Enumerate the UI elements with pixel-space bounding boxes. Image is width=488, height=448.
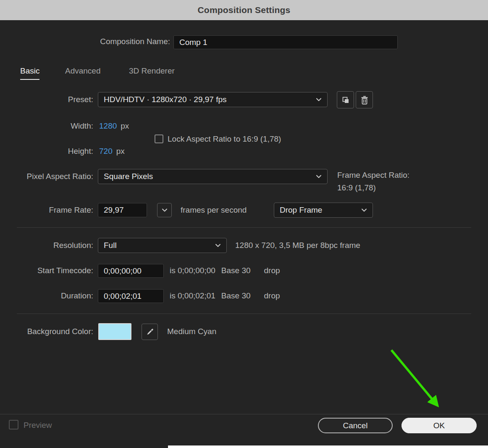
- composition-settings-dialog: Composition Settings Composition Name: B…: [0, 0, 488, 448]
- arrow-line: [391, 350, 437, 405]
- duration-drop: drop: [264, 291, 280, 300]
- frame-rate-unit: frames per second: [181, 206, 247, 215]
- start-timecode-info: is 0;00;00;00 Base 30 drop: [170, 266, 280, 275]
- frame-aspect-ratio-label: Frame Aspect Ratio:: [337, 171, 409, 180]
- pixel-aspect-ratio-value: Square Pixels: [98, 172, 315, 181]
- ok-button-label: OK: [433, 421, 445, 430]
- frame-rate-dropdown-button[interactable]: [157, 203, 172, 217]
- composition-name-label: Composition Name:: [100, 37, 170, 46]
- tab-advanced[interactable]: Advanced: [65, 66, 101, 79]
- start-timecode-drop: drop: [264, 266, 280, 275]
- duration-input[interactable]: [98, 289, 164, 303]
- width-value[interactable]: 1280: [99, 121, 117, 131]
- drop-frame-value: Drop Frame: [274, 206, 361, 215]
- width-label: Width:: [71, 121, 93, 131]
- chevron-down-icon: [315, 96, 322, 103]
- preview-label: Preview: [24, 421, 52, 430]
- duration-converted: is 0;00;02;01: [170, 291, 215, 300]
- height-value-row: 720 px: [99, 147, 125, 156]
- eyedropper-icon: [146, 328, 154, 336]
- preset-label: Preset:: [68, 95, 93, 104]
- start-timecode-converted: is 0;00;00;00: [170, 266, 215, 275]
- composition-name-input[interactable]: [173, 35, 398, 49]
- footer-divider: [0, 414, 488, 414]
- height-unit: px: [116, 147, 125, 156]
- width-value-row: 1280 px: [99, 121, 129, 131]
- background-color-label: Background Color:: [27, 327, 93, 336]
- section-divider: [17, 314, 471, 314]
- preset-select[interactable]: HDV/HDTV · 1280x720 · 29,97 fps: [98, 92, 328, 107]
- background-color-name: Medium Cyan: [167, 327, 216, 336]
- height-label: Height:: [68, 147, 93, 156]
- save-preset-icon: [341, 96, 350, 104]
- dialog-titlebar: Composition Settings: [0, 0, 488, 20]
- preview-checkbox[interactable]: [9, 420, 18, 430]
- resolution-info: 1280 x 720, 3,5 MB per 8bpc frame: [235, 241, 360, 250]
- duration-info: is 0;00;02;01 Base 30 drop: [170, 291, 280, 300]
- lock-aspect-checkbox[interactable]: [155, 134, 163, 143]
- resolution-value: Full: [98, 241, 215, 250]
- delete-preset-button[interactable]: [356, 91, 373, 108]
- ok-button[interactable]: OK: [401, 418, 477, 433]
- lock-aspect-label: Lock Aspect Ratio to 16:9 (1,78): [168, 134, 281, 144]
- dialog-title: Composition Settings: [198, 5, 291, 15]
- preset-value: HDV/HDTV · 1280x720 · 29,97 fps: [98, 95, 315, 104]
- drop-frame-select[interactable]: Drop Frame: [274, 203, 373, 218]
- chevron-down-icon: [161, 207, 168, 213]
- frame-aspect-ratio-value: 16:9 (1,78): [337, 183, 376, 192]
- trash-icon: [360, 95, 369, 105]
- background-color-swatch[interactable]: [98, 323, 131, 340]
- tab-basic[interactable]: Basic: [20, 66, 39, 80]
- resolution-select[interactable]: Full: [98, 238, 227, 253]
- cancel-button[interactable]: Cancel: [318, 418, 393, 433]
- height-value[interactable]: 720: [99, 147, 113, 156]
- start-timecode-label: Start Timecode:: [37, 266, 93, 275]
- start-timecode-base: Base 30: [221, 266, 251, 275]
- chevron-down-icon: [361, 207, 367, 213]
- save-preset-button[interactable]: [337, 91, 354, 108]
- eyedropper-button[interactable]: [142, 324, 158, 340]
- resolution-label: Resolution:: [53, 241, 93, 250]
- section-divider: [17, 227, 471, 228]
- duration-base: Base 30: [221, 291, 251, 300]
- screen-edge: [168, 445, 488, 448]
- chevron-down-icon: [215, 242, 221, 249]
- width-unit: px: [121, 121, 129, 131]
- annotation-arrow: [378, 345, 454, 418]
- frame-rate-label: Frame Rate:: [49, 206, 93, 215]
- pixel-aspect-ratio-select[interactable]: Square Pixels: [98, 169, 328, 184]
- duration-label: Duration:: [61, 291, 93, 300]
- chevron-down-icon: [315, 173, 322, 180]
- start-timecode-input[interactable]: [98, 264, 164, 278]
- frame-rate-input[interactable]: [98, 203, 147, 217]
- cancel-button-label: Cancel: [343, 421, 367, 430]
- tab-3d-renderer[interactable]: 3D Renderer: [129, 66, 175, 79]
- pixel-aspect-ratio-label: Pixel Aspect Ratio:: [27, 172, 93, 181]
